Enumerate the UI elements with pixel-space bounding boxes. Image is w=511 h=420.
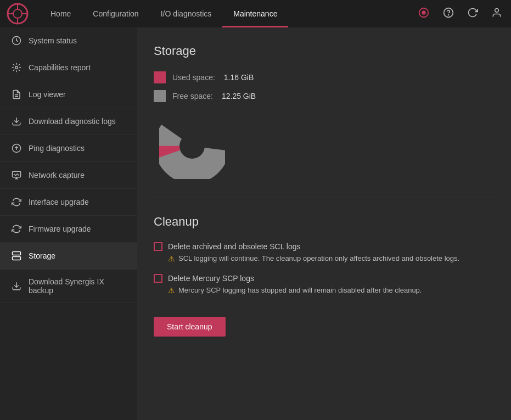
scl-warning: ⚠ SCL logging will continue. The cleanup…: [168, 254, 495, 263]
storage-title: Storage: [154, 44, 495, 58]
sidebar-item-storage[interactable]: Storage: [0, 243, 137, 270]
sidebar-item-download-diagnostic-logs[interactable]: Download diagnostic logs: [0, 108, 137, 135]
used-space-legend: Used space: 1.16 GiB: [154, 71, 495, 83]
sidebar-item-ping-diagnostics[interactable]: Ping diagnostics: [0, 135, 137, 162]
capabilities-icon: [11, 62, 22, 73]
sidebar-item-capabilities-report[interactable]: Capabilities report: [0, 54, 137, 81]
scl-checkbox-row: Delete archived and obsolete SCL logs: [154, 242, 495, 251]
scl-warning-text: SCL logging will continue. The cleanup o…: [178, 254, 459, 262]
scl-warning-icon: ⚠: [168, 254, 175, 263]
svg-point-13: [15, 66, 18, 69]
system-status-icon: [11, 35, 22, 46]
sidebar-label-capabilities: Capabilities report: [29, 63, 91, 72]
user-icon[interactable]: [489, 5, 504, 23]
start-cleanup-button[interactable]: Start cleanup: [154, 317, 226, 337]
sidebar-label-download-backup: Download Synergis IX backup: [29, 277, 126, 295]
tab-configuration[interactable]: Configuration: [82, 0, 149, 27]
cleanup-item-scl: Delete archived and obsolete SCL logs ⚠ …: [154, 242, 495, 263]
svg-point-10: [448, 14, 449, 15]
tab-home[interactable]: Home: [40, 0, 82, 27]
sidebar-label-log-viewer: Log viewer: [29, 90, 66, 99]
tab-io-diagnostics[interactable]: I/O diagnostics: [150, 0, 223, 27]
network-capture-icon: [11, 170, 22, 181]
help-icon[interactable]: [441, 5, 456, 23]
used-space-label: Used space:: [172, 73, 215, 82]
cleanup-section: Cleanup Delete archived and obsolete SCL…: [154, 215, 495, 337]
interface-upgrade-icon: [11, 197, 22, 208]
camera-icon[interactable]: [415, 4, 432, 24]
sidebar-label-system-status: System status: [29, 36, 77, 45]
free-color-box: [154, 90, 166, 102]
used-space-value: 1.16 GiB: [224, 73, 254, 82]
download-backup-icon: [11, 281, 22, 292]
mercury-warning-text: Mercury SCP logging has stopped and will…: [178, 286, 422, 294]
log-viewer-icon: [11, 89, 22, 100]
scl-label: Delete archived and obsolete SCL logs: [168, 242, 301, 251]
svg-point-11: [495, 8, 499, 12]
storage-icon: [11, 250, 22, 261]
sidebar-item-firmware-upgrade[interactable]: Firmware upgrade: [0, 216, 137, 243]
mercury-label: Delete Mercury SCP logs: [168, 274, 254, 283]
app-logo: [7, 3, 29, 25]
mercury-checkbox-row: Delete Mercury SCP logs: [154, 274, 495, 283]
cleanup-item-mercury: Delete Mercury SCP logs ⚠ Mercury SCP lo…: [154, 274, 495, 295]
sidebar-label-ping: Ping diagnostics: [29, 144, 85, 153]
sidebar-item-system-status[interactable]: System status: [0, 27, 137, 54]
sidebar-item-log-viewer[interactable]: Log viewer: [0, 81, 137, 108]
sidebar-item-network-capture[interactable]: Network capture: [0, 162, 137, 189]
svg-point-8: [423, 12, 424, 13]
sidebar-label-network-capture: Network capture: [29, 171, 85, 180]
sidebar-item-download-synergis-backup[interactable]: Download Synergis IX backup: [0, 270, 137, 303]
sidebar-label-download-diag: Download diagnostic logs: [29, 117, 116, 126]
storage-section: Storage Used space: 1.16 GiB Free space:…: [154, 44, 495, 198]
mercury-checkbox[interactable]: [154, 274, 162, 283]
sidebar-label-interface-upgrade: Interface upgrade: [29, 198, 89, 206]
svg-rect-23: [13, 257, 21, 260]
main-layout: System status Capabilities report Lo: [0, 27, 511, 420]
sidebar-label-firmware-upgrade: Firmware upgrade: [29, 225, 91, 233]
free-space-legend: Free space: 12.25 GiB: [154, 90, 495, 102]
ping-icon: [11, 143, 22, 154]
cleanup-title: Cleanup: [154, 215, 495, 229]
pie-chart-svg: [159, 113, 225, 179]
pie-chart: [159, 113, 495, 181]
scl-checkbox[interactable]: [154, 242, 162, 251]
main-content: Storage Used space: 1.16 GiB Free space:…: [137, 27, 511, 420]
svg-rect-22: [13, 252, 21, 255]
tab-maintenance[interactable]: Maintenance: [222, 0, 288, 27]
sidebar-item-interface-upgrade[interactable]: Interface upgrade: [0, 189, 137, 216]
mercury-warning: ⚠ Mercury SCP logging has stopped and wi…: [168, 286, 495, 295]
svg-point-29: [179, 133, 205, 159]
nav-tabs: Home Configuration I/O diagnostics Maint…: [40, 0, 415, 27]
free-space-value: 12.25 GiB: [222, 92, 256, 100]
sidebar-label-storage: Storage: [29, 251, 55, 260]
sidebar: System status Capabilities report Lo: [0, 27, 137, 420]
refresh-icon[interactable]: [465, 5, 480, 23]
storage-legend: Used space: 1.16 GiB Free space: 12.25 G…: [154, 71, 495, 102]
mercury-warning-icon: ⚠: [168, 286, 175, 295]
free-space-label: Free space:: [172, 92, 213, 100]
svg-point-1: [13, 9, 22, 18]
download-diag-icon: [11, 116, 22, 127]
top-navigation: Home Configuration I/O diagnostics Maint…: [0, 0, 511, 27]
header-icons: [415, 4, 504, 24]
used-color-box: [154, 71, 166, 83]
firmware-upgrade-icon: [11, 223, 22, 234]
